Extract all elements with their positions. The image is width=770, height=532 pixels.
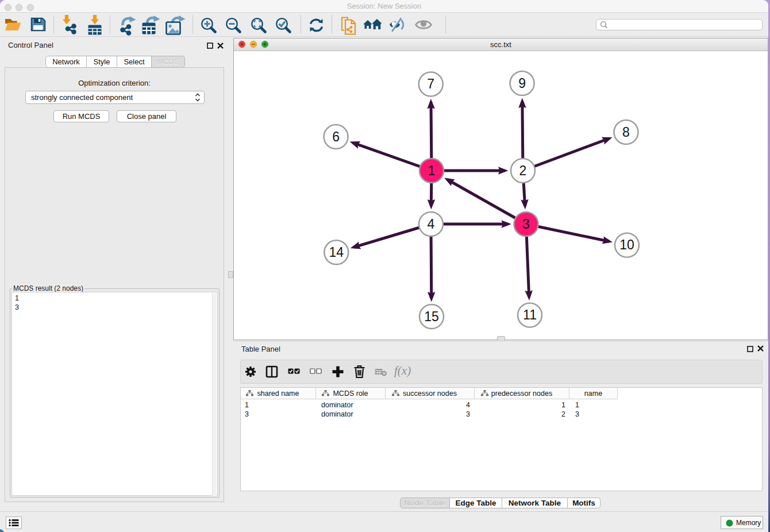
svg-text:9: 9 [518, 76, 526, 91]
svg-text:2: 2 [519, 163, 527, 178]
svg-text:14: 14 [329, 245, 344, 260]
svg-text:8: 8 [622, 125, 630, 140]
svg-text:11: 11 [523, 307, 537, 322]
svg-text:1: 1 [428, 163, 436, 178]
svg-text:3: 3 [522, 217, 530, 232]
svg-text:15: 15 [424, 309, 439, 324]
svg-text:6: 6 [332, 129, 340, 144]
svg-text:4: 4 [428, 217, 435, 232]
svg-text:10: 10 [619, 237, 634, 252]
svg-text:7: 7 [427, 76, 434, 91]
